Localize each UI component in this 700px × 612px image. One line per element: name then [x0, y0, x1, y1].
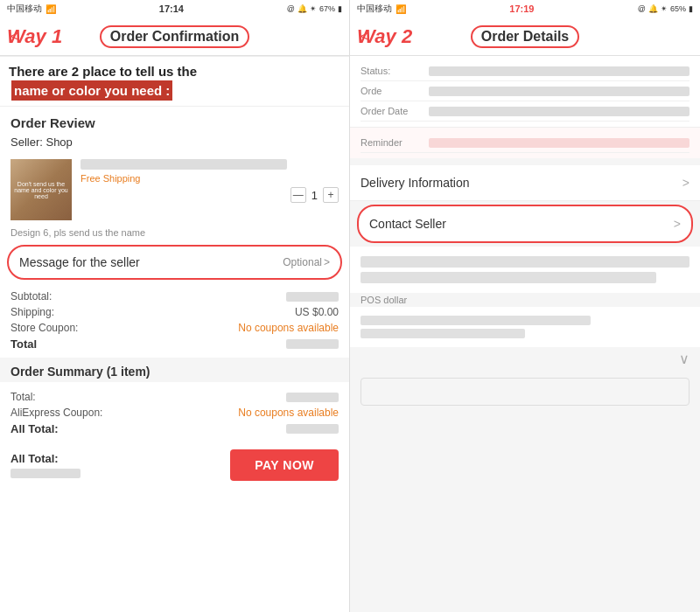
- right-chevron-icon: <: [360, 29, 368, 45]
- right-battery-pct: 65%: [670, 4, 686, 13]
- left-carrier: 中国移动 📶: [7, 3, 56, 15]
- total-row: Total: [10, 336, 339, 352]
- product-name-blur: [80, 159, 287, 170]
- left-chevron-icon: <: [10, 29, 18, 45]
- left-battery: @ 🔔 ✴ 67% ▮: [287, 4, 342, 13]
- subtotal-label: Subtotal:: [10, 290, 52, 303]
- price-section: Subtotal: Shipping: US $0.00 Store Coupo…: [0, 283, 349, 358]
- right-battery: @ 🔔 ✴ 65% ▮: [638, 4, 693, 13]
- left-content: Order Review Seller: Shop Don't send us …: [0, 107, 349, 612]
- quantity-row: — 1 +: [80, 187, 339, 203]
- ali-coupon-label: AliExpress Coupon:: [10, 407, 102, 419]
- qty-plus-button[interactable]: +: [323, 187, 339, 203]
- contact-seller-label: Contact Seller: [369, 217, 446, 231]
- all-total-bottom-section: All Total:: [10, 452, 80, 478]
- order-date-blur: [429, 107, 690, 116]
- input-box[interactable]: [360, 378, 690, 406]
- sound-icon: 🔔: [298, 4, 307, 13]
- right-status-bar: 中国移动 📶 17:19 @ 🔔 ✴ 65% ▮: [350, 0, 700, 17]
- summary-total-blur: [286, 393, 339, 402]
- overlay-part2: name or color you need :: [11, 80, 172, 101]
- left-header: Way 1 < Order Confirmation: [0, 17, 349, 56]
- product-row: Don't send us the name and color you nee…: [0, 154, 349, 226]
- status-label: Status:: [360, 66, 422, 76]
- left-status-bar: 中国移动 📶 17:14 @ 🔔 ✴ 67% ▮: [0, 0, 349, 17]
- pay-now-bar: All Total: PAY NOW: [0, 441, 349, 490]
- right-time: 17:19: [509, 3, 534, 14]
- delivery-row[interactable]: Delivery Information >: [350, 165, 700, 201]
- right-page-title: Order Details: [471, 25, 579, 48]
- pay-now-button[interactable]: PAY NOW: [230, 449, 339, 481]
- total-label: Total: [10, 337, 37, 351]
- all-total-label: All Total:: [10, 422, 59, 435]
- subtotal-row: Subtotal:: [10, 289, 339, 304]
- product-shipping-label: Free Shipping: [80, 173, 339, 184]
- right-header: Way 2 < Order Details: [350, 17, 700, 56]
- optional-chevron: >: [324, 256, 330, 268]
- subtotal-value-blur: [286, 292, 339, 302]
- total-value-blur: [286, 339, 339, 349]
- left-back-button[interactable]: <: [10, 29, 18, 45]
- all-total-bottom-label: All Total:: [10, 452, 80, 465]
- optional-label: Optional >: [283, 256, 330, 268]
- product-image-inner: Don't send us the name and color you nee…: [10, 159, 72, 220]
- no-coupons-label[interactable]: No coupons available: [238, 322, 339, 334]
- message-seller-label: Message for the seller: [19, 255, 140, 269]
- product-details: Free Shipping — 1 +: [80, 159, 339, 203]
- left-page-title: Order Confirmation: [100, 25, 250, 48]
- pos-dollar-text: POS dollar: [350, 293, 700, 307]
- order-date-label: Order Date: [360, 106, 422, 116]
- left-panel: 中国移动 📶 17:14 @ 🔔 ✴ 67% ▮ Way 1 < Order C…: [0, 0, 350, 612]
- battery-pct: 67%: [319, 4, 335, 13]
- store-coupon-row: Store Coupon: No coupons available: [10, 320, 339, 336]
- right-back-button[interactable]: <: [360, 29, 368, 45]
- delivery-chevron-icon: >: [682, 176, 690, 190]
- overlay-text: There are 2 place to tell us the name or…: [9, 62, 340, 101]
- right-blurred-section: [350, 247, 700, 293]
- contact-seller-chevron-icon: >: [674, 217, 681, 231]
- right-status-section: Status: Orde Order Date: [350, 56, 700, 127]
- store-coupon-label: Store Coupon:: [10, 322, 78, 334]
- message-for-seller-row[interactable]: Message for the seller Optional >: [7, 245, 342, 280]
- overlay-part1: There are 2 place to tell us the: [9, 62, 197, 80]
- all-total-row: All Total:: [10, 421, 339, 437]
- carrier-text: 中国移动: [7, 3, 42, 15]
- seller-label: Seller: Shop: [0, 134, 349, 154]
- order-review-title: Order Review: [0, 107, 349, 134]
- blur-row-sm-1: [360, 316, 591, 325]
- right-bluetooth-icon: ✴: [661, 4, 668, 13]
- location-icon: @: [287, 4, 295, 13]
- qty-minus-button[interactable]: —: [290, 187, 306, 203]
- all-total-blur: [286, 424, 339, 434]
- order-summary-section: Order Summary (1 item): [0, 358, 349, 382]
- overlay-banner: There are 2 place to tell us the name or…: [0, 56, 349, 107]
- right-blurred-section-2: [350, 307, 700, 347]
- reminder-row: Reminder: [360, 133, 690, 153]
- ali-no-coupons[interactable]: No coupons available: [238, 407, 339, 419]
- blur-row-1: [360, 256, 690, 268]
- product-image: Don't send us the name and color you nee…: [10, 159, 72, 220]
- contact-seller-row[interactable]: Contact Seller >: [357, 205, 693, 243]
- blur-row-2: [360, 272, 656, 283]
- product-note: Design 6, pls send us the name: [0, 226, 349, 241]
- order-date-row: Order Date: [360, 101, 690, 122]
- blur-row-sm-2: [360, 329, 525, 338]
- right-carrier: 中国移动 📶: [357, 3, 406, 15]
- right-panel: 中国移动 📶 17:19 @ 🔔 ✴ 65% ▮ Way 2 < Order D…: [350, 0, 700, 612]
- qty-number: 1: [312, 189, 318, 202]
- right-wifi-icon: 📶: [396, 4, 406, 14]
- right-location-icon: @: [638, 4, 646, 13]
- order-label: Orde: [360, 86, 422, 96]
- status-field-row: Status:: [360, 61, 690, 81]
- wifi-icon: 📶: [46, 4, 56, 14]
- dropdown-chevron-icon: ∨: [679, 351, 690, 367]
- bluetooth-icon: ✴: [310, 4, 317, 13]
- summary-total-label: Total:: [10, 391, 36, 403]
- order-value-blur: [429, 87, 690, 96]
- shipping-cost: US $0.00: [295, 306, 339, 318]
- summary-total-row: Total:: [10, 389, 339, 405]
- dropdown-row[interactable]: ∨: [350, 347, 700, 371]
- left-time: 17:14: [159, 3, 184, 14]
- battery-icon: ▮: [338, 4, 342, 13]
- summary-rows: Total: AliExpress Coupon: No coupons ava…: [0, 386, 349, 441]
